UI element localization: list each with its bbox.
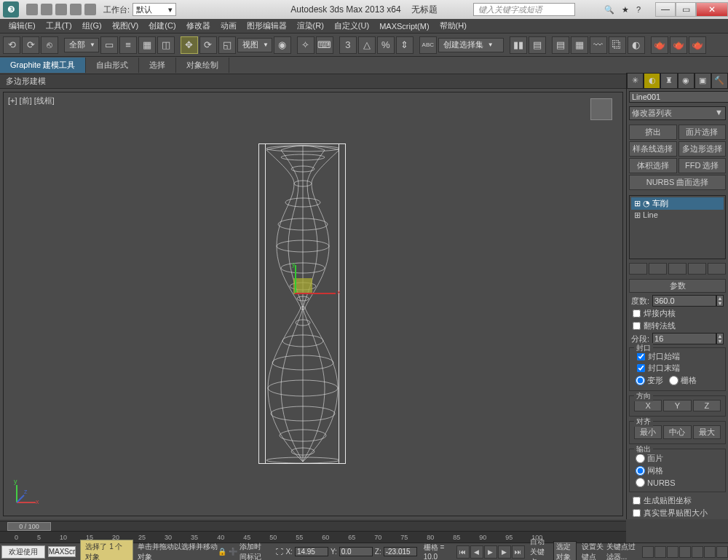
percentsnap-icon[interactable]: % (377, 36, 395, 54)
unlink-icon[interactable]: ⟳ (22, 36, 39, 54)
ribbon-panel-label[interactable]: 多边形建模 (0, 74, 728, 89)
menu-customize[interactable]: 自定义(U) (330, 19, 373, 33)
menu-animation[interactable]: 动画 (216, 19, 241, 33)
bind-icon[interactable]: ⎋ (41, 36, 58, 54)
setkey-button[interactable]: 设置关键点 (582, 542, 604, 561)
zoom-icon[interactable] (667, 546, 678, 558)
material-editor-icon[interactable]: ◐ (628, 36, 645, 54)
tab-freeform[interactable]: 自由形式 (86, 58, 139, 73)
menu-modifiers[interactable]: 修改器 (182, 19, 215, 33)
favorite-icon[interactable]: ★ (622, 5, 629, 15)
close-button[interactable]: ✕ (696, 2, 728, 17)
align-icon[interactable]: ▤ (529, 36, 546, 54)
goto-start-icon[interactable]: ⏮ (456, 545, 470, 559)
tab-paint[interactable]: 对象绘制 (176, 58, 229, 73)
out-mesh-radio[interactable] (636, 466, 645, 476)
qat-new-icon[interactable] (26, 4, 38, 15)
render-icon[interactable]: 🫖 (689, 36, 706, 54)
qat-open-icon[interactable] (41, 4, 52, 15)
configure-icon[interactable] (708, 263, 726, 275)
tab-hierarchy-icon[interactable]: ♜ (660, 73, 677, 89)
modifier-list-dropdown[interactable]: 修改器列表▼ (629, 106, 726, 120)
remove-mod-icon[interactable] (688, 263, 706, 275)
spinner-icon[interactable]: ▲▼ (716, 333, 724, 344)
qat-undo-icon[interactable] (70, 4, 82, 15)
zoom-ext-icon[interactable] (679, 546, 691, 558)
tab-create-icon[interactable]: ✳ (627, 73, 644, 89)
stack-item-line[interactable]: ⊞ Line (631, 210, 724, 221)
abc-icon[interactable]: ABC (419, 36, 437, 54)
degrees-input[interactable] (652, 295, 716, 307)
weld-core-checkbox[interactable] (633, 309, 641, 318)
tab-motion-icon[interactable]: ◉ (678, 73, 695, 89)
key-target-dropdown[interactable]: 选定对象 (553, 541, 577, 561)
btn-nurbs-select[interactable]: NURBS 曲面选择 (629, 175, 726, 190)
prev-frame-icon[interactable]: ◀ (470, 545, 483, 559)
dir-z-button[interactable]: Z (693, 400, 721, 411)
fov-icon[interactable] (692, 546, 703, 558)
menu-render[interactable]: 渲染(R) (293, 19, 328, 33)
qat-save-icon[interactable] (55, 4, 67, 15)
grid-radio[interactable] (669, 376, 678, 385)
time-thumb[interactable]: 0 / 100 (7, 522, 51, 531)
goto-end-icon[interactable]: ⏭ (512, 545, 525, 559)
show-end-icon[interactable] (649, 263, 667, 275)
help-search-input[interactable]: 键入关键字或短语 (473, 3, 575, 16)
curve-editor-icon[interactable]: 〰 (590, 36, 607, 54)
object-name-input[interactable] (629, 91, 728, 103)
tab-utilities-icon[interactable]: 🔨 (711, 73, 728, 89)
z-input[interactable] (384, 547, 417, 556)
selection-filter-dropdown[interactable]: 全部▼ (64, 38, 99, 52)
viewcube[interactable] (590, 98, 612, 120)
segments-input[interactable] (652, 333, 716, 344)
layers-icon[interactable]: ▤ (552, 36, 569, 54)
abs-rel-icon[interactable]: ⛶ (276, 548, 283, 556)
select-window-icon[interactable]: ◫ (157, 36, 175, 54)
manip-icon[interactable]: ✧ (297, 36, 314, 54)
menu-edit[interactable]: 编辑(E) (4, 19, 40, 33)
menu-create[interactable]: 创建(C) (144, 19, 180, 33)
btn-extrude[interactable]: 挤出 (629, 125, 677, 140)
pivot-icon[interactable]: ◉ (274, 36, 291, 54)
render-setup-icon[interactable]: 🫖 (651, 36, 668, 54)
tab-graphite[interactable]: Graphite 建模工具 (0, 58, 86, 73)
orbit-icon[interactable] (704, 546, 716, 558)
menu-maxscript[interactable]: MAXScript(M) (375, 20, 433, 32)
real-uv-checkbox[interactable] (633, 509, 641, 517)
btn-vol-select[interactable]: 体积选择 (629, 158, 677, 173)
pin-stack-icon[interactable] (629, 263, 647, 275)
out-patch-radio[interactable] (636, 454, 645, 463)
stack-item-lathe[interactable]: ⊞ ◔ 车削 (631, 197, 724, 210)
viewport-front[interactable]: [+] [前] [线框] (3, 92, 623, 516)
time-slider[interactable]: 0 / 100 (0, 521, 626, 531)
pan-icon[interactable] (654, 546, 666, 558)
gizmo-x-axis[interactable] (295, 293, 336, 294)
btn-patch-select[interactable]: 面片选择 (678, 125, 727, 140)
gizmo-y-axis[interactable] (295, 265, 296, 293)
tab-modify-icon[interactable]: ◐ (644, 73, 660, 89)
btn-poly-select[interactable]: 多边形选择 (678, 141, 727, 157)
btn-spline-select[interactable]: 样条线选择 (629, 141, 677, 157)
rollout-parameters[interactable]: 参数 (629, 279, 726, 293)
flip-normals-checkbox[interactable] (633, 322, 641, 330)
x-input[interactable] (295, 547, 328, 556)
keymode-icon[interactable]: ⌨ (316, 36, 333, 54)
morph-radio[interactable] (636, 376, 645, 385)
anglesnap-icon[interactable]: △ (358, 36, 376, 54)
ribbon-icon[interactable]: ▦ (571, 36, 588, 54)
out-nurbs-radio[interactable] (636, 478, 645, 487)
maximize-button[interactable]: ▭ (676, 2, 696, 17)
scale-icon[interactable]: ◱ (218, 36, 236, 54)
render-frame-icon[interactable]: 🫖 (670, 36, 687, 54)
app-icon[interactable]: ❸ (3, 1, 19, 17)
unique-icon[interactable] (668, 263, 687, 275)
align-max-button[interactable]: 最大 (693, 425, 721, 439)
named-selection-dropdown[interactable]: 创建选择集▼ (438, 38, 504, 52)
qat-redo-icon[interactable] (84, 4, 96, 15)
gen-uv-checkbox[interactable] (633, 497, 641, 505)
help-icon[interactable]: ? (636, 5, 641, 15)
dir-x-button[interactable]: X (634, 400, 662, 411)
maximize-vp-icon[interactable] (716, 546, 728, 558)
menu-help[interactable]: 帮助(H) (435, 19, 471, 33)
ref-coord-dropdown[interactable]: 视图▼ (237, 38, 272, 52)
